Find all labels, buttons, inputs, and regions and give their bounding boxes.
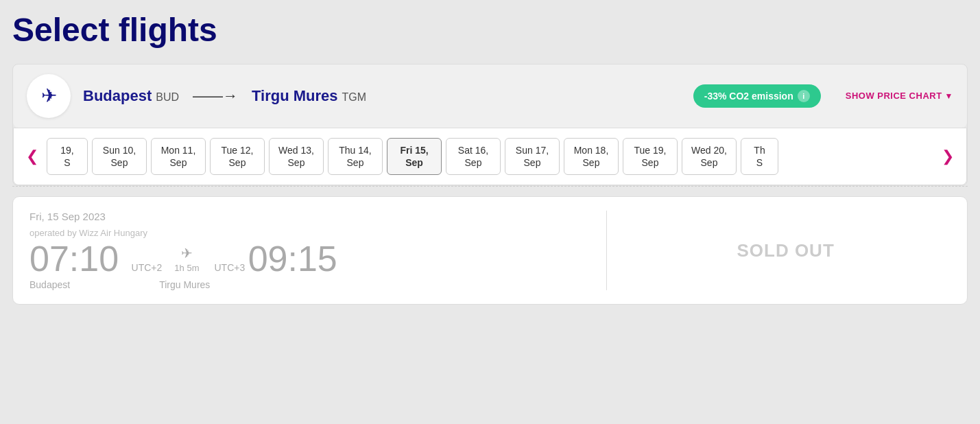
departure-time: 07:10 (29, 239, 129, 279)
chevron-down-icon: ▼ (945, 91, 953, 101)
arrival-block: UTC+3 09:15 (211, 241, 337, 276)
route-date-block: ✈ BudapestBUD ——→ Tirgu MuresTGM -33% CO… (12, 64, 968, 186)
route-bar: ✈ BudapestBUD ——→ Tirgu MuresTGM -33% CO… (13, 64, 967, 128)
origin-city: BudapestBUD (83, 87, 179, 105)
date-item-sep10[interactable]: Sun 10, Sep (92, 138, 147, 175)
departure-block: 07:10 UTC+2 (29, 241, 162, 276)
co2-info-icon[interactable]: i (798, 90, 810, 102)
section-divider (12, 186, 968, 187)
duration-plane-icon: ✈ (181, 245, 193, 261)
route-arrow: ——→ (193, 87, 238, 105)
date-item-sep21[interactable]: Th S (741, 138, 778, 175)
flight-operator: operated by Wizz Air Hungary (29, 228, 579, 238)
show-price-chart-link[interactable]: SHOW PRICE CHART ▼ (846, 91, 953, 101)
date-item-sep17[interactable]: Sun 17, Sep (505, 138, 560, 175)
departure-tz: UTC+2 (132, 262, 163, 273)
flight-duration-arrow: ✈ 1h 5m (174, 245, 199, 273)
date-item-sep15[interactable]: Fri 15, Sep (387, 138, 442, 175)
arrival-time: 09:15 (248, 239, 337, 279)
flight-date-label: Fri, 15 Sep 2023 (29, 211, 579, 222)
date-item-sep19-prev[interactable]: 19, S (47, 138, 88, 175)
sold-out-label: SOLD OUT (737, 240, 834, 261)
plane-circle: ✈ (27, 74, 71, 118)
departure-airport: Budapest (29, 279, 70, 290)
plane-icon: ✈ (41, 84, 57, 107)
flight-times: 07:10 UTC+2 ✈ 1h 5m UTC+3 09:15 (29, 241, 579, 276)
prev-date-button[interactable]: ❮ (21, 143, 44, 169)
flight-card: Fri, 15 Sep 2023 operated by Wizz Air Hu… (12, 196, 968, 305)
dates-scroll: 19, S Sun 10, Sep Mon 11, Sep Tue 12, Se… (47, 138, 933, 175)
next-date-button[interactable]: ❯ (936, 143, 959, 169)
flight-card-divider (606, 211, 607, 290)
date-item-sep20[interactable]: Wed 20, Sep (682, 138, 737, 175)
arrival-tz: UTC+3 (214, 262, 245, 273)
flight-info-section: Fri, 15 Sep 2023 operated by Wizz Air Hu… (29, 211, 593, 290)
date-item-sep18[interactable]: Mon 18, Sep (564, 138, 619, 175)
sold-out-section: SOLD OUT (621, 240, 951, 261)
date-selector: ❮ 19, S Sun 10, Sep Mon 11, Sep Tue 12, … (13, 128, 967, 185)
flights-container: Fri, 15 Sep 2023 operated by Wizz Air Hu… (12, 196, 968, 305)
page-wrapper: Select flights ✈ BudapestBUD ——→ Tirgu M… (0, 0, 980, 424)
destination-code: TGM (342, 91, 367, 103)
destination-city: Tirgu MuresTGM (252, 87, 366, 105)
arrival-airport: Tirgu Mures (159, 279, 210, 290)
date-item-sep19b[interactable]: Tue 19, Sep (623, 138, 678, 175)
date-item-sep14[interactable]: Thu 14, Sep (328, 138, 383, 175)
co2-label: -33% CO2 emission (704, 91, 793, 102)
flight-airports: Budapest Tirgu Mures (29, 279, 579, 290)
page-title: Select flights (12, 12, 968, 49)
route-info: BudapestBUD ——→ Tirgu MuresTGM (83, 87, 681, 105)
co2-badge: -33% CO2 emission i (693, 84, 821, 108)
flight-duration: 1h 5m (174, 263, 199, 273)
date-item-sep16[interactable]: Sat 16, Sep (446, 138, 501, 175)
date-item-sep11[interactable]: Mon 11, Sep (151, 138, 206, 175)
date-item-sep12[interactable]: Tue 12, Sep (210, 138, 265, 175)
date-item-sep13[interactable]: Wed 13, Sep (269, 138, 324, 175)
origin-code: BUD (156, 91, 179, 103)
